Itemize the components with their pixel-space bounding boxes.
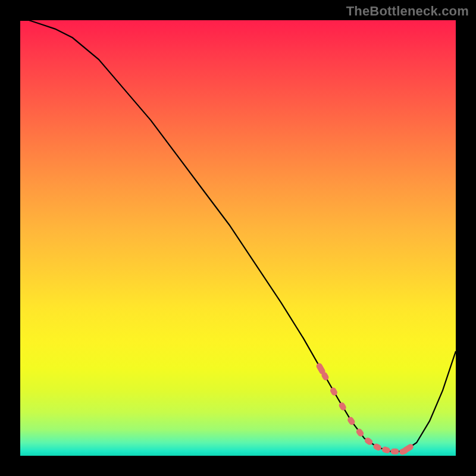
marker-dot — [381, 446, 391, 454]
marker-dot — [390, 449, 399, 455]
marker-dot — [329, 386, 339, 396]
chart-frame: TheBottleneck.com — [0, 0, 476, 476]
chart-svg — [20, 20, 456, 456]
sweet-spot-markers — [315, 362, 415, 455]
bottleneck-curve — [20, 20, 456, 452]
marker-dot — [338, 401, 347, 411]
marker-dot — [364, 436, 374, 446]
chart-plot-area — [20, 20, 456, 456]
marker-dot — [372, 443, 383, 452]
attribution-text: TheBottleneck.com — [346, 4, 469, 19]
